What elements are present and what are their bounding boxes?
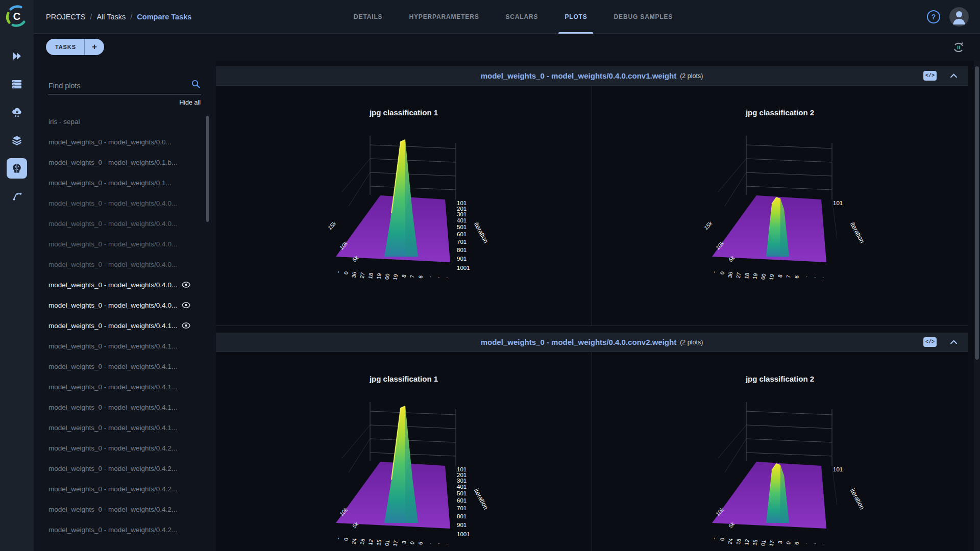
svg-text:1001: 1001: [457, 265, 470, 271]
list-item[interactable]: model_weights_0 - model_weights/0.4.0...: [34, 254, 216, 274]
svg-text:12: 12: [743, 539, 750, 546]
list-item[interactable]: model_weights_0 - model_weights/0.4.1...: [34, 356, 216, 377]
plot-cards-row: jpg classification 15k10k101201301401501…: [216, 352, 968, 551]
plot-card: jpg classification 25k10k101iteration-02…: [592, 352, 968, 551]
list-item[interactable]: model_weights_0 - model_weights/0.4.0...: [34, 274, 216, 295]
eye-icon[interactable]: [182, 322, 190, 329]
breadcrumb-projects[interactable]: PROJECTS: [46, 13, 85, 21]
embed-code-icon[interactable]: </>: [923, 71, 937, 81]
collapse-chevron-up-icon[interactable]: [950, 73, 958, 78]
list-item[interactable]: model_weights_0 - model_weights/0.4.2...: [34, 479, 216, 499]
svg-text:6: 6: [417, 275, 424, 279]
list-item[interactable]: model_weights_0 - model_weights/0.4.2...: [34, 499, 216, 519]
tab-plots[interactable]: PLOTS: [562, 0, 589, 34]
list-item[interactable]: model_weights_0 - model_weights/0.4.0...: [34, 213, 216, 234]
list-item-label: iris - sepal: [48, 118, 80, 126]
clearml-app: C PROJECTS / All Tasks / Compare Tasks D…: [0, 0, 980, 551]
list-item[interactable]: model_weights_0 - model_weights/0.4.1...: [34, 417, 216, 438]
svg-text:iteration: iteration: [849, 487, 866, 511]
svg-text:.: .: [802, 542, 808, 544]
auto-refresh-pause-icon[interactable]: [951, 40, 966, 55]
rail-item-pipelines-icon[interactable]: [7, 186, 27, 207]
collapse-chevron-up-icon[interactable]: [950, 340, 958, 344]
list-item[interactable]: model_weights_0 - model_weights/0.4.1...: [34, 377, 216, 397]
svg-text:19: 19: [392, 273, 399, 281]
main-scrollbar[interactable]: [975, 66, 979, 360]
surface-plot[interactable]: 5k10k101iteration-0241812150117306...: [592, 352, 968, 551]
svg-text:18: 18: [359, 538, 366, 545]
clearml-logo-icon[interactable]: C: [6, 5, 28, 28]
tab-scalars[interactable]: SCALARS: [504, 0, 541, 34]
tab-details[interactable]: DETAILS: [352, 0, 384, 34]
svg-text:15k: 15k: [327, 220, 337, 231]
surface-plot[interactable]: 5k10k15k1012013014015016017018019011001i…: [216, 86, 592, 325]
list-item[interactable]: model_weights_0 - model_weights/0.0...: [34, 132, 216, 152]
section-title: model_weights_0 - model_weights/0.4.0.co…: [481, 338, 676, 346]
svg-text:301: 301: [457, 211, 467, 217]
list-scrollbar[interactable]: [206, 116, 209, 222]
list-item[interactable]: model_weights_0 - model_weights/0.4.2...: [34, 519, 216, 540]
list-item[interactable]: model_weights_0 - model_weights/0.1...: [34, 172, 216, 193]
breadcrumb-compare-tasks: Compare Tasks: [137, 13, 191, 21]
breadcrumb-separator: /: [130, 13, 132, 21]
workers-queues-icon: [11, 78, 23, 90]
plots-list-panel: Hide all iris - sepalmodel_weights_0 - m…: [34, 61, 216, 551]
eye-icon[interactable]: [182, 282, 190, 288]
list-item[interactable]: model_weights_0 - model_weights/0.4.1...: [34, 336, 216, 356]
list-item[interactable]: model_weights_0 - model_weights/0.4.0...: [34, 295, 216, 315]
list-item-label: model_weights_0 - model_weights/0.4.1...: [48, 383, 177, 391]
svg-text:36: 36: [727, 271, 734, 279]
tab-debug-samples[interactable]: DEBUG SAMPLES: [612, 0, 675, 34]
section-header: model_weights_0 - model_weights/0.4.0.co…: [216, 66, 968, 85]
rail-item-cloud-autoscaler-icon[interactable]: [7, 102, 27, 122]
list-item[interactable]: model_weights_0 - model_weights/0.4.1...: [34, 397, 216, 417]
list-item-label: model_weights_0 - model_weights/0.4.1...: [48, 404, 177, 411]
breadcrumb-all-tasks[interactable]: All Tasks: [96, 13, 126, 21]
toolbar: TASKS +: [34, 34, 980, 61]
list-item[interactable]: model_weights_0 - model_weights/0.4.0...: [34, 193, 216, 213]
help-icon[interactable]: ?: [927, 10, 940, 23]
plots-area: model_weights_0 - model_weights/0.4.0.co…: [216, 61, 980, 551]
rail-item-models-brain-icon[interactable]: [7, 158, 27, 179]
svg-text:101: 101: [833, 200, 843, 206]
svg-text:36: 36: [351, 271, 358, 279]
list-item[interactable]: model_weights_0 - model_weights/0.4.1...: [34, 315, 216, 336]
svg-text:601: 601: [457, 231, 467, 237]
list-item[interactable]: model_weights_0 - model_weights/0.1.b...: [34, 152, 216, 172]
datasets-icon: [11, 134, 23, 146]
add-task-button[interactable]: +: [85, 39, 104, 55]
search-input[interactable]: [48, 82, 201, 90]
tasks-button[interactable]: TASKS: [46, 39, 85, 55]
list-item[interactable]: model_weights_0 - model_weights/0.4.2...: [34, 438, 216, 458]
rail-item-datasets-icon[interactable]: [7, 130, 27, 151]
embed-code-icon[interactable]: </>: [923, 337, 937, 347]
svg-text:0: 0: [342, 537, 349, 541]
list-item-label: model_weights_0 - model_weights/0.4.2...: [48, 444, 177, 452]
list-item[interactable]: model_weights_0 - model_weights/0.4.2...: [34, 458, 216, 479]
plot-card: jpg classification 15k10k101201301401501…: [216, 352, 592, 551]
rail-item-projects-icon[interactable]: [7, 46, 27, 66]
tasks-pill: TASKS +: [46, 39, 104, 55]
hide-all-button[interactable]: Hide all: [34, 99, 201, 106]
eye-icon[interactable]: [182, 302, 190, 308]
svg-text:17: 17: [392, 540, 399, 547]
list-item[interactable]: model_weights_0 - model_weights/0.4.0...: [34, 234, 216, 254]
avatar[interactable]: [949, 7, 969, 27]
plot-section: model_weights_0 - model_weights/0.4.0.co…: [216, 333, 968, 551]
list-item-label: model_weights_0 - model_weights/0.4.1...: [48, 424, 177, 432]
svg-text:701: 701: [457, 239, 467, 245]
surface-plot[interactable]: 5k10k15k101iteration-0362718190019876...: [592, 86, 968, 325]
svg-text:-: -: [711, 537, 718, 540]
svg-text:-: -: [711, 270, 718, 273]
nav-rail: C: [0, 0, 34, 551]
list-item-label: model_weights_0 - model_weights/0.4.1...: [48, 363, 177, 370]
tab-hyperparameters[interactable]: HYPERPARAMETERS: [407, 0, 481, 34]
svg-text:27: 27: [735, 272, 742, 279]
list-item-label: model_weights_0 - model_weights/0.1...: [48, 179, 172, 187]
list-item[interactable]: iris - sepal: [34, 111, 216, 132]
rail-item-workers-queues-icon[interactable]: [7, 74, 27, 94]
svg-text:01: 01: [383, 539, 390, 546]
svg-text:.: .: [426, 542, 432, 544]
surface-plot[interactable]: 5k10k1012013014015016017018019011001iter…: [216, 352, 592, 551]
section-header: model_weights_0 - model_weights/0.4.0.co…: [216, 333, 968, 352]
